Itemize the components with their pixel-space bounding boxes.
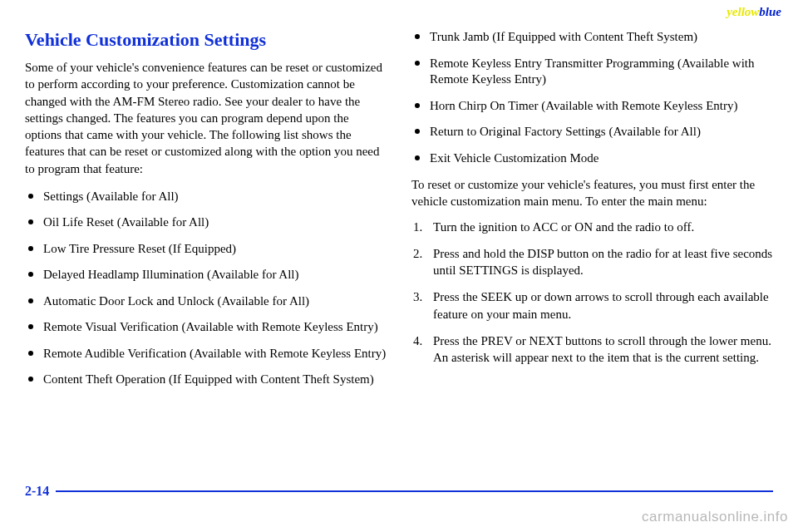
list-item: Automatic Door Lock and Unlock (Availabl…: [25, 293, 387, 310]
list-item: Remote Visual Verification (Available wi…: [25, 319, 387, 336]
list-item: Exit Vehicle Customization Mode: [411, 150, 773, 167]
list-item: Delayed Headlamp Illumination (Available…: [25, 267, 387, 283]
intro-paragraph: Some of your vehicle's convenience featu…: [25, 59, 387, 177]
step-item: Press the PREV or NEXT buttons to scroll…: [411, 332, 773, 367]
step-item: Press the SEEK up or down arrows to scro…: [411, 288, 773, 323]
watermark: carmanualsonline.info: [642, 509, 788, 525]
footer-rule: [56, 490, 773, 492]
steps-list: Turn the ignition to ACC or ON and the r…: [411, 219, 773, 367]
left-column: Vehicle Customization Settings Some of y…: [25, 29, 387, 398]
list-item: Trunk Jamb (If Equipped with Content The…: [411, 29, 773, 46]
step-item: Press and hold the DISP button on the ra…: [411, 245, 773, 279]
list-item: Horn Chirp On Timer (Available with Remo…: [411, 98, 773, 115]
list-item: Return to Original Factory Settings (Ava…: [411, 124, 773, 140]
feature-list-left: Settings (Available for All) Oil Life Re…: [25, 189, 387, 388]
instruction-paragraph: To reset or customize your vehicle's fea…: [411, 176, 773, 210]
right-column: Trunk Jamb (If Equipped with Content The…: [411, 29, 773, 398]
list-item: Low Tire Pressure Reset (If Equipped): [25, 241, 387, 258]
list-item: Content Theft Operation (If Equipped wit…: [25, 372, 387, 388]
list-item: Settings (Available for All): [25, 189, 387, 205]
list-item: Remote Audible Verification (Available w…: [25, 346, 387, 362]
list-item: Oil Life Reset (Available for All): [25, 214, 387, 231]
step-item: Turn the ignition to ACC or ON and the r…: [411, 219, 773, 235]
header-blue: blue: [759, 5, 781, 18]
header-brand: yellowblue: [727, 5, 781, 19]
feature-list-right: Trunk Jamb (If Equipped with Content The…: [411, 29, 773, 166]
header-yellow: yellow: [727, 5, 759, 18]
list-item: Remote Keyless Entry Transmitter Program…: [411, 56, 773, 88]
page-footer: 2-14: [25, 484, 773, 499]
page-number: 2-14: [25, 484, 49, 499]
page-content: Vehicle Customization Settings Some of y…: [0, 0, 798, 398]
section-title: Vehicle Customization Settings: [25, 29, 387, 51]
